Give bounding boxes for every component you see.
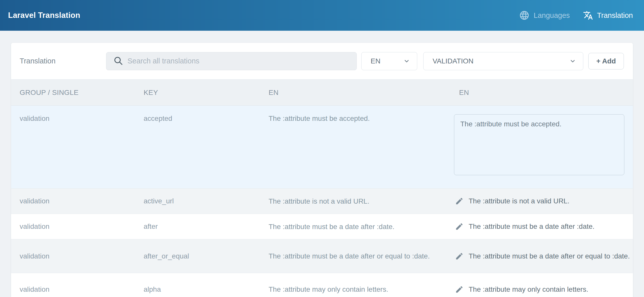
edit-pencil-icon[interactable]: [455, 285, 464, 294]
group-select[interactable]: VALIDATION: [423, 52, 583, 70]
translation-text: The :attribute must be a date after :dat…: [469, 222, 595, 231]
navbar: Laravel Translation Languages Translatio…: [0, 0, 644, 31]
cell-source-text: The :attribute must be a date after or e…: [269, 250, 459, 262]
cell-group: validation: [20, 252, 144, 260]
chevron-down-icon: [403, 58, 410, 64]
search-box: [106, 52, 357, 70]
header-source-lang: EN: [269, 89, 459, 97]
header-group-single: GROUP / SINGLE: [20, 89, 144, 97]
language-select-value: EN: [371, 57, 380, 65]
edit-pencil-icon[interactable]: [455, 252, 464, 261]
search-icon: [113, 56, 123, 67]
cell-key: active_url: [144, 197, 269, 205]
nav-link-languages[interactable]: Languages: [519, 10, 570, 21]
cell-translation[interactable]: The :attribute may only contain letters.: [455, 285, 633, 294]
cell-source-text: The :attribute may only contain letters.: [269, 284, 459, 295]
app-title: Laravel Translation: [8, 11, 80, 20]
cell-key: after_or_equal: [144, 252, 269, 260]
cell-translation[interactable]: The :attribute is not a valid URL.: [455, 197, 633, 205]
group-select-value: VALIDATION: [433, 57, 473, 65]
table-body: validation accepted The :attribute must …: [11, 106, 633, 297]
translation-text: The :attribute is not a valid URL.: [469, 197, 569, 205]
cell-key: alpha: [144, 285, 269, 293]
header-key: KEY: [144, 89, 269, 97]
cell-key: accepted: [144, 114, 269, 123]
header-target-lang: EN: [459, 89, 633, 97]
nav-links: Languages Translation: [519, 10, 633, 21]
toolbar: Translation EN VALIDATION + Add: [11, 43, 633, 79]
translation-text: The :attribute may only contain letters.: [469, 285, 588, 293]
panel-title: Translation: [20, 57, 106, 65]
cell-group: validation: [20, 285, 144, 293]
translation-panel: Translation EN VALIDATION + Add GROUP / …: [11, 43, 633, 297]
cell-group: validation: [20, 114, 144, 123]
translate-icon: [583, 10, 593, 20]
add-button[interactable]: + Add: [588, 53, 624, 69]
translation-text: The :attribute must be a date after or e…: [469, 252, 630, 260]
table-row: validation accepted The :attribute must …: [11, 106, 633, 188]
cell-group: validation: [20, 197, 144, 205]
nav-link-translation[interactable]: Translation: [583, 10, 633, 20]
nav-link-label: Translation: [597, 11, 633, 20]
translation-editor[interactable]: [454, 114, 624, 175]
cell-key: after: [144, 222, 269, 231]
cell-translation[interactable]: The :attribute must be a date after or e…: [455, 252, 633, 261]
cell-source-text: The :attribute is not a valid URL.: [269, 196, 459, 207]
cell-translation[interactable]: The :attribute must be a date after :dat…: [455, 222, 633, 231]
cell-group: validation: [20, 222, 144, 231]
search-input[interactable]: [106, 52, 357, 70]
cell-source-text: The :attribute must be accepted.: [269, 114, 459, 123]
cell-translation[interactable]: The :attribute must be accepted.: [455, 114, 633, 175]
edit-pencil-icon[interactable]: [455, 222, 464, 231]
table-row: validation active_url The :attribute is …: [11, 188, 633, 214]
cell-source-text: The :attribute must be a date after :dat…: [269, 221, 459, 232]
language-select[interactable]: EN: [361, 52, 417, 70]
table-row: validation after The :attribute must be …: [11, 214, 633, 239]
table-row: validation after_or_equal The :attribute…: [11, 239, 633, 273]
edit-pencil-icon[interactable]: [455, 197, 464, 205]
globe-icon: [519, 10, 530, 21]
nav-link-label: Languages: [534, 11, 570, 20]
table-row: validation alpha The :attribute may only…: [11, 273, 633, 297]
table-header: GROUP / SINGLE KEY EN EN: [11, 79, 633, 106]
chevron-down-icon: [569, 58, 576, 64]
